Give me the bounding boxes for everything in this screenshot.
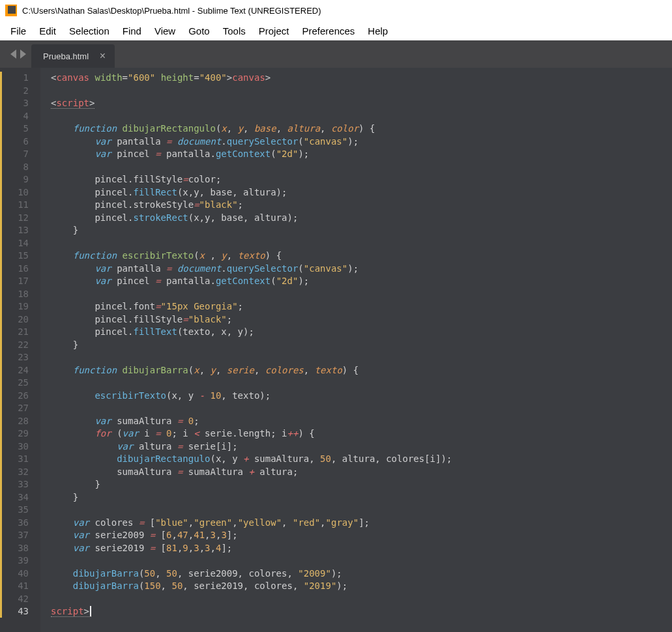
menu-file[interactable]: File: [4, 23, 33, 39]
menu-project[interactable]: Project: [252, 23, 296, 39]
tab-label: Prueba.html: [43, 51, 89, 61]
menu-edit[interactable]: Edit: [33, 23, 63, 39]
menu-goto[interactable]: Goto: [182, 23, 216, 39]
menu-tools[interactable]: Tools: [216, 23, 252, 39]
tab-prueba[interactable]: Prueba.html ×: [31, 44, 115, 68]
tabbar: Prueba.html ×: [0, 40, 672, 68]
app-icon: [5, 5, 17, 16]
titlebar: C:\Users\Nathan Salas\Desktop\Prueba.htm…: [0, 0, 672, 21]
nav-back-icon[interactable]: [10, 50, 16, 59]
minimap[interactable]: [660, 68, 672, 632]
menubar: File Edit Selection Find View Goto Tools…: [0, 21, 672, 40]
close-icon[interactable]: ×: [100, 50, 106, 62]
code-area[interactable]: <canvas width="600" height="400">canvas>…: [40, 68, 660, 632]
editor: 1234567891011121314151617181920212223242…: [0, 68, 672, 632]
menu-view[interactable]: View: [148, 23, 182, 39]
gutter: 1234567891011121314151617181920212223242…: [0, 68, 40, 632]
menu-help[interactable]: Help: [361, 23, 394, 39]
nav-arrows: [5, 40, 31, 68]
menu-find[interactable]: Find: [116, 23, 148, 39]
menu-preferences[interactable]: Preferences: [295, 23, 361, 39]
window-title: C:\Users\Nathan Salas\Desktop\Prueba.htm…: [22, 6, 321, 16]
nav-forward-icon[interactable]: [20, 50, 26, 59]
modified-indicator: [0, 72, 2, 618]
menu-selection[interactable]: Selection: [63, 23, 116, 39]
